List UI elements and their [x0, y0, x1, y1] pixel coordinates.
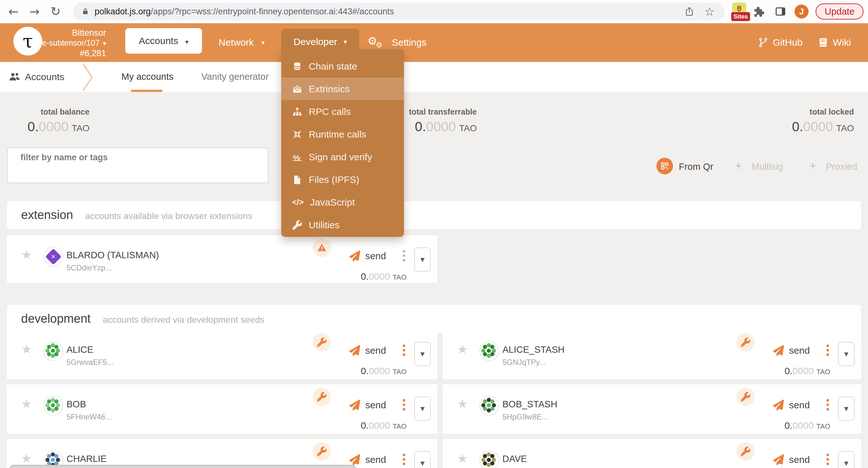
paper-plane-icon — [349, 250, 360, 262]
send-button[interactable]: send — [773, 454, 810, 465]
paper-plane-icon — [349, 454, 360, 465]
tab-vanity-generator[interactable]: Vanity generator — [202, 71, 269, 82]
account-identicon[interactable] — [43, 396, 63, 416]
browser-back-button[interactable]: ← — [6, 4, 21, 19]
wrench-icon[interactable] — [736, 442, 755, 461]
account-identicon[interactable]: ✕ — [43, 247, 63, 267]
block-number: #6,281 — [19, 48, 106, 59]
favorite-star-icon[interactable]: ★ — [21, 453, 32, 465]
account-address[interactable]: 5GNJqTPy... — [502, 358, 546, 367]
paper-plane-icon — [349, 400, 360, 410]
expand-row-button[interactable]: ▼ — [838, 342, 855, 366]
favorite-star-icon[interactable]: ★ — [457, 398, 468, 410]
nav-network-button[interactable]: Network▾ — [219, 23, 265, 62]
row-menu-button[interactable] — [403, 454, 405, 465]
multisig-button[interactable]: Multisig — [752, 162, 783, 172]
sitemap-icon — [292, 107, 302, 117]
bottom-overlay-edge — [9, 465, 356, 468]
chain-info[interactable]: Bittensor node-subtensor/107▾ #6,281 — [19, 28, 106, 59]
wrench-icon[interactable] — [736, 388, 755, 406]
menu-item-rpc-calls[interactable]: RPC calls — [281, 100, 404, 123]
share-icon[interactable] — [685, 7, 694, 16]
wrench-icon[interactable] — [313, 442, 331, 461]
expand-row-button[interactable]: ▼ — [838, 451, 855, 468]
wrench-icon[interactable] — [736, 333, 755, 352]
tab-my-accounts[interactable]: My accounts — [121, 71, 174, 82]
side-panel-icon[interactable] — [775, 6, 786, 17]
row-menu-button[interactable] — [827, 399, 829, 410]
expand-row-button[interactable]: ▼ — [414, 247, 431, 272]
expand-row-button[interactable]: ▼ — [414, 397, 431, 421]
browser-forward-button[interactable]: → — [27, 4, 42, 19]
active-tab-underline — [131, 90, 162, 92]
row-menu-button[interactable] — [403, 344, 405, 356]
account-balance: 0.0000TAO — [784, 366, 830, 376]
signature-icon — [292, 152, 302, 162]
account-balance: 0.0000TAO — [361, 271, 406, 282]
paper-plane-icon — [349, 345, 360, 356]
account-identicon[interactable] — [479, 396, 499, 416]
account-identicon[interactable] — [479, 450, 499, 468]
warning-icon[interactable] — [313, 238, 331, 257]
send-button[interactable]: send — [349, 400, 386, 410]
account-address[interactable]: 5CDdieYzp... — [66, 263, 112, 272]
account-row-dave: ★ DAVE 5DAAnrj7V... send ▼ 0.0000TAO — [443, 439, 861, 468]
favorite-star-icon[interactable]: ★ — [21, 249, 32, 261]
favorite-star-icon[interactable]: ★ — [457, 453, 468, 465]
menu-item-sign-and-verify[interactable]: Sign and verify — [281, 145, 404, 168]
expand-row-button[interactable]: ▼ — [414, 342, 431, 366]
bookmark-star-icon[interactable]: ☆ — [704, 3, 715, 21]
menu-item-runtime-calls[interactable]: Runtime calls — [281, 123, 404, 145]
favorite-star-icon[interactable]: ★ — [21, 343, 32, 355]
row-menu-button[interactable] — [827, 454, 829, 465]
plus-icon: + — [809, 159, 816, 173]
menu-item-chain-state[interactable]: Chain state — [281, 55, 404, 77]
send-button[interactable]: send — [773, 400, 810, 410]
wiki-link[interactable]: Wiki — [818, 23, 851, 62]
chevron-down-icon: ▾ — [261, 39, 265, 46]
account-identicon[interactable] — [479, 341, 499, 361]
wrench-icon[interactable] — [313, 333, 331, 352]
send-button[interactable]: send — [349, 250, 386, 262]
sites-extension-icon[interactable]: Sites — [731, 2, 747, 22]
expand-row-button[interactable]: ▼ — [414, 451, 431, 468]
account-address[interactable]: 5HpG9w8E... — [502, 412, 548, 422]
favorite-star-icon[interactable]: ★ — [21, 398, 32, 410]
filter-input[interactable] — [19, 164, 257, 181]
send-button[interactable]: send — [773, 345, 810, 356]
plus-icon: + — [735, 159, 742, 173]
account-name: ALICE — [66, 344, 93, 355]
extensions-puzzle-icon[interactable] — [753, 6, 765, 17]
section-header-extension: extension accounts available via browser… — [7, 201, 861, 229]
row-menu-button[interactable] — [827, 344, 829, 356]
nav-accounts-button[interactable]: Accounts▾ — [125, 28, 202, 54]
expand-row-button[interactable]: ▼ — [838, 397, 855, 421]
favorite-star-icon[interactable]: ★ — [457, 343, 468, 355]
browser-update-button[interactable]: Update — [815, 3, 864, 20]
account-address[interactable]: 5GrwvaEF5... — [66, 358, 114, 367]
menu-item-utilities[interactable]: Utilities — [281, 213, 404, 236]
address-bar[interactable]: polkadot.js.org/apps/?rpc=wss://entrypoi… — [73, 3, 725, 21]
proxied-button[interactable]: Proxied — [826, 162, 857, 172]
send-button[interactable]: send — [349, 345, 386, 356]
browser-reload-button[interactable]: ↻ — [48, 4, 63, 19]
nav-developer-button[interactable]: Developer▾ — [281, 29, 359, 55]
summary-total-transferrable: total transferrable 0.0000TAO — [397, 107, 477, 134]
users-icon — [8, 71, 21, 83]
menu-item-extrinsics[interactable]: Extrinsics — [281, 77, 404, 100]
from-qr-button[interactable]: From Qr — [679, 162, 713, 172]
wrench-icon[interactable] — [313, 388, 331, 406]
github-link[interactable]: GitHub — [758, 23, 803, 62]
account-balance: 0.0000TAO — [361, 420, 406, 431]
browser-profile-avatar[interactable]: J — [795, 4, 809, 19]
from-qr-icon[interactable] — [656, 158, 673, 174]
account-name: BOB — [66, 399, 86, 409]
menu-item-files-ipfs[interactable]: Files (IPFS) — [281, 168, 404, 191]
menu-item-javascript[interactable]: </> JavaScript — [281, 191, 404, 213]
send-button[interactable]: send — [349, 454, 386, 465]
account-identicon[interactable] — [43, 341, 63, 361]
account-address[interactable]: 5FHneW46... — [66, 412, 112, 422]
row-menu-button[interactable] — [403, 399, 405, 410]
row-menu-button[interactable] — [403, 250, 405, 262]
filter-label: filter by name or tags — [21, 153, 108, 163]
